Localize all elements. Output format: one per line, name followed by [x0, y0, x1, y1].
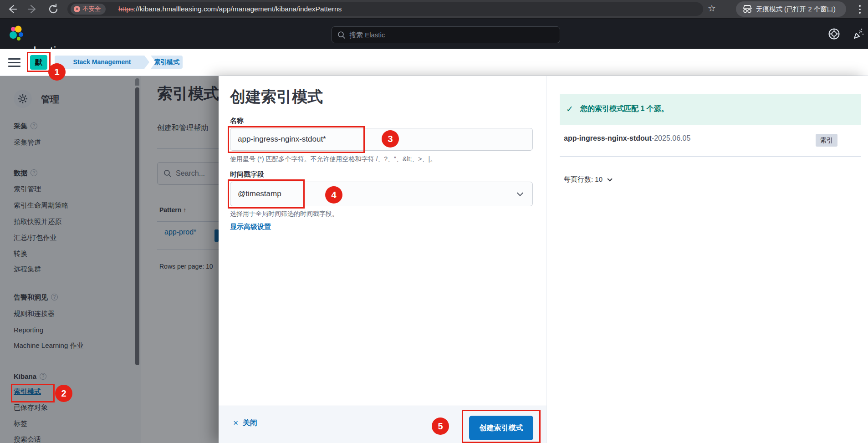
timestamp-label: 时间戳字段 — [230, 170, 264, 179]
url-scheme: https — [118, 5, 134, 13]
annotation-step-4: 4 — [325, 186, 342, 204]
annotation-box-submit — [462, 410, 541, 443]
matched-source-name: app-ingress-nginx-stdout — [564, 134, 652, 142]
success-message: 您的索引模式匹配 1 个源。 — [580, 104, 669, 114]
annotation-box-index-patterns — [11, 384, 55, 402]
chevron-down-icon — [517, 190, 523, 196]
annotation-box-space — [27, 52, 51, 72]
reload-icon[interactable] — [47, 3, 59, 15]
security-chip[interactable]: × 不安全 — [71, 4, 106, 15]
close-button[interactable]: ×关闭 — [233, 418, 257, 428]
newsfeed-icon[interactable] — [853, 28, 865, 40]
flyout-divider — [546, 76, 547, 443]
chevron-down-icon — [607, 176, 612, 181]
incognito-badge[interactable]: 无痕模式 (已打开 2 个窗口) — [736, 1, 846, 17]
matched-source-row: app-ingress-nginx-stdout-2025.06.05 — [564, 134, 690, 143]
search-icon — [337, 31, 346, 39]
index-badge: 索引 — [816, 134, 837, 147]
back-icon[interactable] — [6, 3, 18, 15]
global-search-input[interactable] — [349, 27, 554, 42]
check-icon: ✓ — [566, 104, 573, 114]
url-rest: ://kibana.hmallleasing.com/app/managemen… — [134, 5, 342, 13]
elastic-logo[interactable] — [7, 25, 25, 42]
menu-icon[interactable] — [8, 58, 20, 67]
global-search[interactable] — [332, 26, 560, 43]
success-callout: ✓ 您的索引模式匹配 1 个源。 — [560, 94, 861, 125]
browser-toolbar: × 不安全 https://kibana.hmallleasing.com/ap… — [0, 0, 868, 18]
show-advanced-settings-link[interactable]: 显示高级设置 — [230, 223, 271, 231]
name-help-text: 使用星号 (*) 匹配多个字符。不允许使用空格和字符 /、?、"、&lt;、>、… — [230, 155, 436, 163]
breadcrumb-index-patterns[interactable]: 索引模式 — [151, 56, 183, 69]
help-icon[interactable] — [828, 28, 840, 40]
bookmark-star-icon[interactable]: ☆ — [706, 3, 718, 14]
annotation-step-1: 1 — [48, 63, 66, 81]
url-text[interactable]: https://kibana.hmallleasing.com/app/mana… — [118, 2, 342, 16]
forward-icon[interactable] — [26, 3, 38, 15]
annotation-box-timestamp — [228, 179, 305, 209]
annotation-step-2: 2 — [55, 385, 72, 402]
matched-source-suffix: -2025.06.05 — [652, 134, 690, 142]
timestamp-help-text: 选择用于全局时间筛选的时间戳字段。 — [230, 210, 338, 218]
not-secure-icon: × — [74, 6, 80, 12]
incognito-icon — [742, 5, 753, 14]
browser-menu-icon[interactable] — [859, 5, 861, 15]
security-chip-label: 不安全 — [82, 5, 101, 12]
annotation-box-name — [228, 126, 365, 153]
annotation-step-5: 5 — [432, 418, 449, 435]
divider — [560, 156, 861, 157]
address-bar[interactable]: × 不安全 https://kibana.hmallleasing.com/ap… — [67, 2, 703, 16]
screen: × 不安全 https://kibana.hmallleasing.com/ap… — [0, 0, 868, 443]
incognito-label: 无痕模式 (已打开 2 个窗口) — [756, 1, 836, 17]
breadcrumb-stack-management[interactable]: Stack Management — [55, 56, 149, 69]
flyout-title: 创建索引模式 — [230, 87, 323, 107]
close-icon: × — [233, 418, 238, 428]
annotation-step-3: 3 — [382, 130, 399, 148]
app-header: elastic — [0, 18, 868, 49]
preview-rows-per-page[interactable]: 每页行数: 10 — [564, 175, 611, 184]
name-label: 名称 — [230, 117, 244, 125]
breadcrumb-bar: 默 Stack Management 索引模式 — [0, 49, 868, 76]
